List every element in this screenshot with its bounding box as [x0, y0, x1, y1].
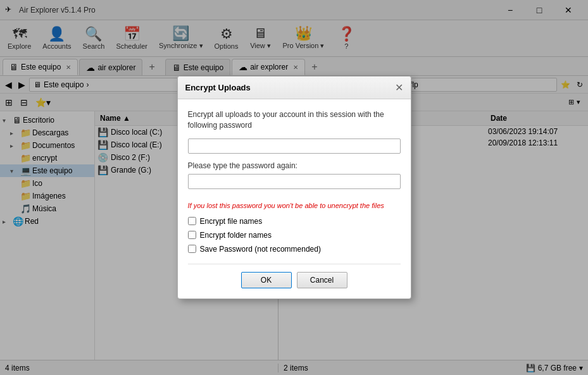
ok-button[interactable]: OK: [241, 272, 292, 288]
dialog-warning: If you lost this password you won't be a…: [188, 202, 401, 209]
cancel-button[interactable]: Cancel: [297, 272, 347, 288]
encrypt-filenames-row: Encrypt file names: [188, 217, 401, 226]
password-input[interactable]: [188, 138, 401, 154]
encrypt-filenames-checkbox[interactable]: [188, 217, 196, 225]
save-password-row: Save Password (not recommended): [188, 245, 401, 254]
dialog-body: Encrypt all uploads to your account in t…: [178, 99, 411, 298]
encrypt-foldernames-checkbox[interactable]: [188, 231, 196, 239]
save-password-label: Save Password (not recommended): [200, 245, 321, 254]
save-password-checkbox[interactable]: [188, 245, 196, 253]
dialog-description: Encrypt all uploads to your account in t…: [188, 109, 401, 131]
modal-overlay: Encrypt Uploads ✕ Encrypt all uploads to…: [0, 0, 588, 375]
encrypt-foldernames-label: Encrypt folder names: [200, 231, 272, 240]
encrypt-dialog: Encrypt Uploads ✕ Encrypt all uploads to…: [177, 76, 411, 299]
encrypt-foldernames-row: Encrypt folder names: [188, 231, 401, 240]
dialog-title-text: Encrypt Uploads: [185, 83, 251, 92]
dialog-buttons: OK Cancel: [188, 264, 401, 288]
retype-password-input[interactable]: [188, 174, 401, 189]
dialog-close-button[interactable]: ✕: [395, 82, 403, 94]
encrypt-filenames-label: Encrypt file names: [200, 217, 263, 226]
dialog-title-bar: Encrypt Uploads ✕: [178, 77, 411, 99]
retype-label: Please type the password again:: [188, 161, 401, 170]
